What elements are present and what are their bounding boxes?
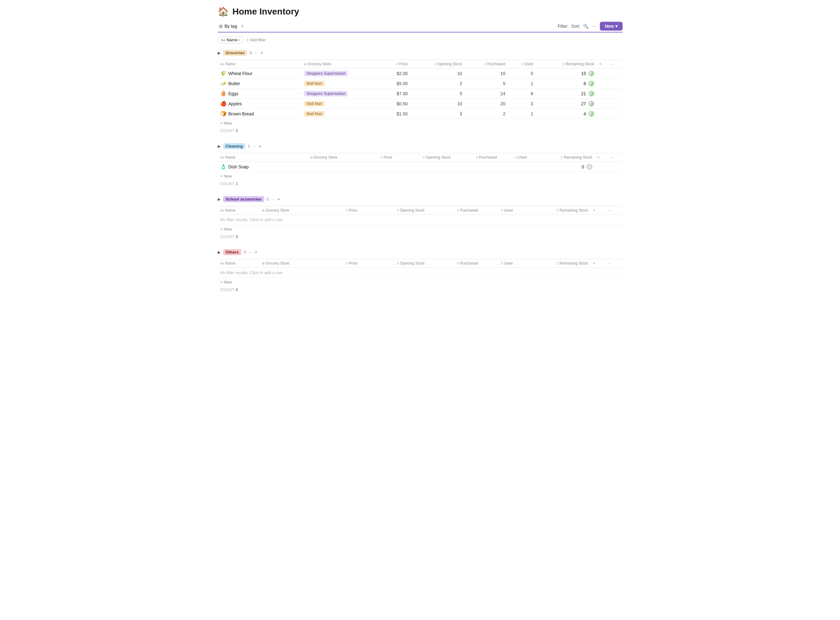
col-header-purchased[interactable]: #Purchased	[427, 206, 481, 215]
section-more-button-others[interactable]: ···	[249, 250, 252, 254]
col-header-price[interactable]: #Price	[326, 206, 360, 215]
cell-price: $1.50	[383, 109, 410, 119]
col-header-remaining-stock[interactable]: ΣRemaining Stock	[529, 153, 595, 162]
add-row-button-others[interactable]: + New	[218, 278, 234, 286]
col-header-name[interactable]: AaName	[218, 259, 259, 268]
more-options-button[interactable]: ···	[592, 24, 596, 29]
col-header-opening-stock[interactable]: #Opening Stock	[410, 60, 464, 68]
row-name: Wheat Flour	[228, 71, 252, 76]
add-row-button-school-accessories[interactable]: + New	[218, 225, 234, 233]
col-add-button[interactable]: +	[591, 259, 606, 268]
section-count-school-accessories: 0	[267, 197, 269, 202]
section-more-button-groceries[interactable]: ···	[254, 50, 258, 55]
cell-purchased: 10	[464, 68, 508, 78]
col-icon-3: #	[434, 62, 436, 66]
add-tab-button[interactable]: +	[241, 23, 244, 29]
name-filter-chip[interactable]: Aa Name ▾	[218, 36, 244, 44]
section-more-button-cleaning[interactable]: ···	[253, 144, 256, 149]
col-header-remaining-stock[interactable]: ΣRemaining Stock	[515, 259, 590, 268]
cell-name: 🍎Apples	[218, 99, 302, 109]
col-header-name[interactable]: AaName	[218, 60, 302, 68]
col-header-used[interactable]: #Used	[481, 259, 515, 268]
row-more-col	[609, 109, 622, 119]
table-row[interactable]: 🍞Brown BreadWall Mart$1.503214	[218, 109, 623, 119]
col-more-button[interactable]: ···	[609, 60, 622, 68]
add-row-button-cleaning[interactable]: + New	[218, 172, 234, 181]
col-more-button[interactable]: ···	[606, 259, 623, 268]
cell-remaining-stock: 15	[536, 68, 597, 78]
progress-circle	[588, 71, 594, 76]
cell-opening-stock: 10	[410, 99, 464, 109]
filter-button[interactable]: Filter	[558, 24, 567, 29]
col-icon-4: #	[476, 155, 478, 159]
by-tag-tab[interactable]: ⊞ By tag	[218, 23, 238, 30]
table-row[interactable]: 🍎ApplesWall Mart$0.501020327	[218, 99, 623, 109]
col-header-grocery-store[interactable]: ⊕Grocery Store	[259, 206, 326, 215]
progress-circle	[588, 81, 594, 86]
section-add-button-cleaning[interactable]: +	[258, 143, 261, 149]
col-header-remaining-stock[interactable]: ΣRemaining Stock	[515, 206, 590, 215]
section-toggle-school-accessories[interactable]: ▶	[218, 197, 220, 202]
cell-store	[308, 162, 365, 172]
section-add-button-groceries[interactable]: +	[260, 50, 263, 56]
row-add-col	[595, 162, 608, 172]
col-add-button[interactable]: +	[597, 60, 609, 68]
col-header-remaining-stock[interactable]: ΣRemaining Stock	[536, 60, 597, 68]
cell-store: Wall Mart	[302, 99, 383, 109]
cell-store: Shoppers Supermarket	[302, 68, 383, 78]
col-header-used[interactable]: #Used	[481, 206, 515, 215]
col-more-button[interactable]: ···	[606, 206, 623, 215]
section-tag-others: Others	[223, 249, 241, 255]
col-header-name[interactable]: AaName	[218, 153, 308, 162]
cell-store: Wall Mart	[302, 78, 383, 89]
sort-button[interactable]: Sort	[571, 24, 579, 29]
col-header-name[interactable]: AaName	[218, 206, 259, 215]
remaining-value: 0	[582, 164, 584, 169]
section-toggle-others[interactable]: ▶	[218, 250, 220, 254]
col-header-purchased[interactable]: #Purchased	[464, 60, 508, 68]
section-more-button-school-accessories[interactable]: ···	[271, 197, 275, 202]
col-header-purchased[interactable]: #Purchased	[453, 153, 499, 162]
col-icon-2: #	[346, 262, 348, 265]
cell-used: 8	[508, 89, 535, 99]
cell-store: Shoppers Supermarket	[302, 89, 383, 99]
section-add-button-others[interactable]: +	[254, 250, 257, 255]
row-add-col	[597, 78, 609, 89]
col-icon-0: Aa	[220, 155, 224, 159]
table-row[interactable]: 🧈ButterWall Mart$5.002516	[218, 78, 623, 89]
col-add-button[interactable]: +	[595, 153, 608, 162]
section-toggle-cleaning[interactable]: ▶	[218, 144, 220, 149]
count-row-groceries: COUNT 5	[218, 127, 623, 134]
col-header-used[interactable]: #Used	[499, 153, 529, 162]
add-filter-button[interactable]: + Add filter	[246, 38, 266, 42]
col-icon-3: #	[397, 262, 399, 265]
table-row[interactable]: 🌾Wheat FlourShoppers Supermarket$2.00101…	[218, 68, 623, 78]
search-button[interactable]: 🔍	[583, 24, 588, 29]
col-add-button[interactable]: +	[591, 206, 606, 215]
col-more-button[interactable]: ···	[608, 153, 622, 162]
col-header-opening-stock[interactable]: #Opening Stock	[360, 206, 427, 215]
table-row[interactable]: 🥚EggsShoppers Supermarket$7.00524821	[218, 89, 623, 99]
empty-row[interactable]: No filter results. Click to add a row.	[218, 215, 623, 225]
section-toggle-groceries[interactable]: ▶	[218, 51, 220, 55]
cell-price: $7.00	[383, 89, 410, 99]
col-header-purchased[interactable]: #Purchased	[427, 259, 481, 268]
col-header-opening-stock[interactable]: #Opening Stock	[395, 153, 453, 162]
col-header-used[interactable]: #Used	[508, 60, 535, 68]
col-icon-3: #	[397, 208, 399, 212]
col-header-grocery-store[interactable]: ⊕Grocery Store	[302, 60, 383, 68]
empty-row[interactable]: No filter results. Click to add a row.	[218, 268, 623, 278]
col-header-grocery-store[interactable]: ⊕Grocery Store	[259, 259, 326, 268]
section-add-button-school-accessories[interactable]: +	[277, 196, 280, 202]
section-tag-cleaning: Cleaning	[223, 143, 246, 149]
new-button[interactable]: New ▾	[600, 22, 623, 31]
name-filter-label: Name	[226, 38, 238, 42]
col-header-price[interactable]: #Price	[326, 259, 360, 268]
col-header-opening-stock[interactable]: #Opening Stock	[360, 259, 427, 268]
col-header-grocery-store[interactable]: ⊕Grocery Store	[308, 153, 365, 162]
add-row-button-groceries[interactable]: + New	[218, 119, 234, 127]
col-header-price[interactable]: #Price	[383, 60, 410, 68]
table-row[interactable]: 🧴Dish Soap0	[218, 162, 623, 172]
col-header-price[interactable]: #Price	[365, 153, 394, 162]
col-icon-2: #	[346, 208, 348, 212]
